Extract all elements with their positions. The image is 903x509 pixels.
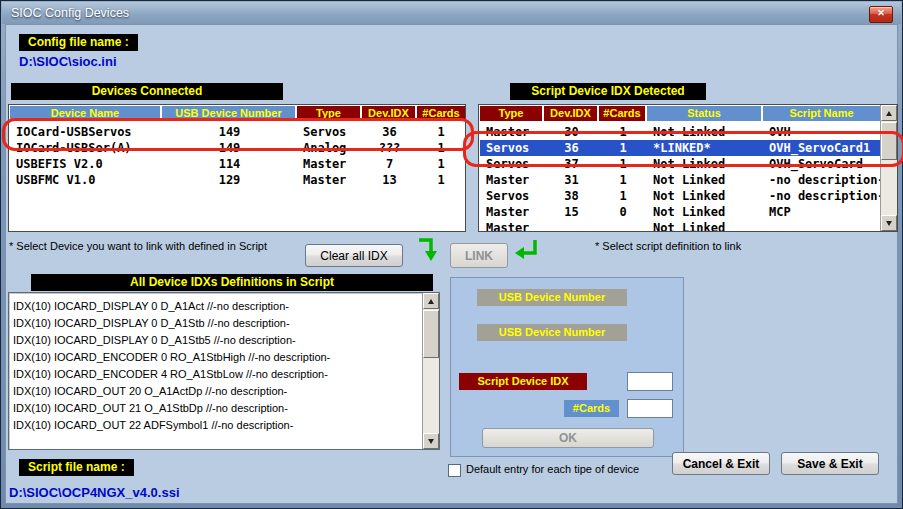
scroll-up-button[interactable] [423,293,439,309]
dialog-body: Config file name : D:\SIOC\sioc.ini Devi… [5,24,898,504]
column-header: Status [647,106,761,121]
scroll-down-button[interactable] [881,215,897,231]
table-row[interactable]: IOCard-USBServos149Servos361 [10,124,465,140]
devices-table-header-row: Device NameUSB Device NumberTypeDev.IDX#… [9,105,465,121]
idx-list-item[interactable]: IDX(10) IOCARD_DISPLAY 0 D_A1Stb //-no d… [9,315,439,332]
table-cell: 7 [362,156,417,172]
column-header: #Cards [417,106,465,121]
idx-list-item[interactable]: IDX(10) IOCARD_OUT 21 O_A1StbDp //-no de… [9,400,439,417]
close-icon: ✕ [877,8,885,18]
table-cell: 1 [599,188,647,204]
title-bar[interactable]: SIOC Config Devices ✕ [2,2,901,24]
script-devices-table: TypeDev.IDX#CardsStatusScript Name Maste… [478,104,898,232]
table-cell: Servos [480,156,544,172]
script-device-idx-label: Script Device IDX [459,373,587,390]
table-cell: USBEFIS V2.0 [10,156,162,172]
table-cell: 15 [544,204,599,220]
cards-input[interactable] [627,399,673,418]
script-file-label: Script file name : [19,459,134,476]
table-row[interactable]: Master301Not LinkedOVH [480,124,897,140]
table-cell: Master [297,172,362,188]
column-header: Type [480,106,542,121]
script-table-body: Master301Not LinkedOVHServos361*LINKED*O… [479,124,897,232]
table-row[interactable]: USBEFIS V2.0114Master71 [10,156,465,172]
script-file-path: D:\SIOC\OCP4NGX_v4.0.ssi [9,485,180,500]
table-row[interactable]: Master150Not LinkedMCP [480,204,897,220]
scroll-thumb[interactable] [423,310,439,358]
table-cell [544,220,599,232]
idx-list-items: IDX(10) IOCARD_DISPLAY 0 D_A1Act //-no d… [9,293,439,434]
cancel-exit-button[interactable]: Cancel & Exit [672,452,770,475]
idx-list-item[interactable]: IDX(10) IOCARD_ENCODER 0 RO_A1StbHigh //… [9,349,439,366]
triangle-up-icon [886,111,892,116]
devices-connected-header: Devices Connected [11,83,283,100]
table-cell: 37 [544,156,599,172]
column-header: Dev.IDX [544,106,597,121]
table-cell: -no description- [763,188,880,204]
table-cell: -no description- [763,172,880,188]
config-file-label: Config file name : [19,34,138,51]
table-row[interactable]: USBFMC V1.0129Master131 [10,172,465,188]
cards-label: #Cards [564,400,619,417]
table-row[interactable]: Servos361*LINKED*OVH_ServoCard1 [480,140,897,156]
script-device-idx-input[interactable] [627,372,673,391]
close-button[interactable]: ✕ [869,6,893,23]
clear-all-idx-button[interactable]: Clear all IDX [305,244,403,267]
idx-list-item[interactable]: IDX(10) IOCARD_OUT 20 O_A1ActDp //-no de… [9,383,439,400]
table-cell: 1 [599,172,647,188]
table-row[interactable]: IOCard-USBSer(A)149Analog???1 [10,140,465,156]
table-cell: 129 [162,172,297,188]
default-entry-checkbox[interactable] [448,464,461,477]
idx-list-item[interactable]: IDX(10) IOCARD_DISPLAY 0 D_A1Stb5 //-no … [9,332,439,349]
ok-button[interactable]: OK [482,428,654,448]
usb-device-number-label-1: USB Device Number [477,289,627,306]
table-cell: Not Linked [647,188,763,204]
scroll-down-button[interactable] [423,433,439,449]
table-row[interactable]: Master311Not Linked-no description- [480,172,897,188]
table-cell: Servos [480,140,544,156]
table-cell [599,220,647,232]
table-cell: 31 [544,172,599,188]
link-down-arrow-icon [415,236,441,268]
scroll-thumb[interactable] [881,122,897,160]
link-button[interactable]: LINK [450,243,508,268]
triangle-down-icon [886,221,892,226]
table-cell: 1 [417,156,465,172]
idx-list-item[interactable]: IDX(10) IOCARD_DISPLAY 0 D_A1Act //-no d… [9,298,439,315]
table-cell: Not Linked [647,124,763,140]
table-cell: *LINKED* [647,140,763,156]
table-cell: 1 [417,140,465,156]
link-detail-panel: USB Device Number USB Device Number Scri… [450,277,684,457]
script-table-scrollbar[interactable] [880,105,897,231]
table-cell: Not Linked [647,172,763,188]
table-cell: 114 [162,156,297,172]
idx-definitions-listbox[interactable]: IDX(10) IOCARD_DISPLAY 0 D_A1Act //-no d… [8,292,440,450]
triangle-up-icon [428,299,434,304]
table-cell: IOCard-USBSer(A) [10,140,162,156]
idx-list-scrollbar[interactable] [422,293,439,449]
table-cell: 36 [362,124,417,140]
table-cell: 13 [362,172,417,188]
idx-list-item[interactable]: IDX(10) IOCARD_ENCODER 4 RO_A1StbLow //-… [9,366,439,383]
scroll-up-button[interactable] [881,105,897,121]
save-exit-button[interactable]: Save & Exit [781,452,879,475]
table-cell: OVH_ServoCard [763,156,880,172]
script-idx-detected-header: Script Device IDX Detected [510,83,706,100]
table-row[interactable]: Servos371Not LinkedOVH_ServoCard [480,156,897,172]
column-header: Dev.IDX [362,106,415,121]
column-header: #Cards [599,106,645,121]
table-cell: IOCard-USBServos [10,124,162,140]
table-cell: Not Linked [647,156,763,172]
column-header: USB Device Number [162,106,295,121]
idx-list-item[interactable]: IDX(10) IOCARD_OUT 22 ADFSymbol1 //-no d… [9,417,439,434]
table-cell [763,220,880,232]
table-row[interactable]: MasterNot Linked [480,220,897,232]
table-cell: 38 [544,188,599,204]
column-header: Type [297,106,360,121]
table-row[interactable]: Servos381Not Linked-no description- [480,188,897,204]
select-script-hint: * Select script definition to link [595,240,741,252]
table-cell: MCP [763,204,880,220]
table-cell: OVH_ServoCard1 [763,140,880,156]
table-cell: USBFMC V1.0 [10,172,162,188]
script-table-header-row: TypeDev.IDX#CardsStatusScript Name [479,105,897,121]
